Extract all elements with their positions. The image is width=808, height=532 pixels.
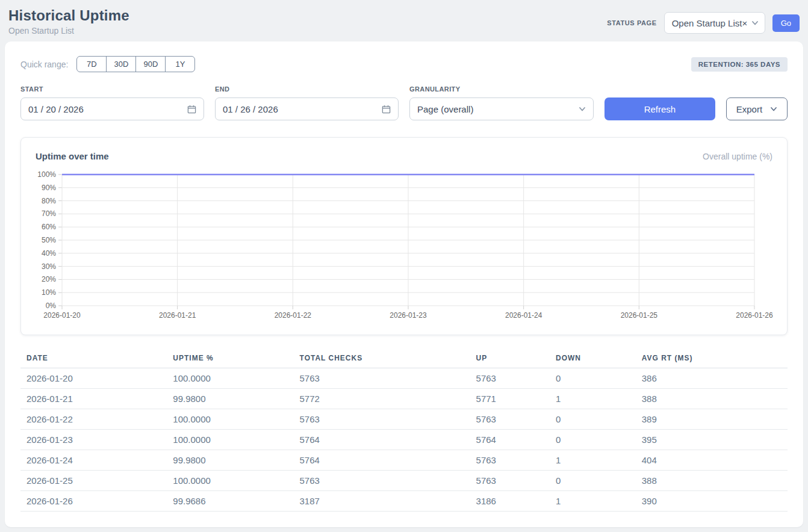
start-date-value: 01 / 20 / 2026 bbox=[28, 104, 84, 114]
table-cell: 2026-01-26 bbox=[20, 491, 167, 512]
y-axis-tick-label: 100% bbox=[37, 170, 56, 179]
page-title: Historical Uptime bbox=[8, 7, 129, 24]
status-page-label: STATUS PAGE bbox=[607, 19, 656, 26]
calendar-icon[interactable] bbox=[382, 105, 391, 114]
table-cell: 2026-01-20 bbox=[20, 368, 167, 389]
refresh-button[interactable]: Refresh bbox=[604, 97, 715, 120]
table-cell: 2026-01-22 bbox=[20, 409, 167, 430]
table-cell: 5764 bbox=[294, 430, 470, 450]
table-cell: 2026-01-25 bbox=[20, 471, 167, 491]
chart-title: Uptime over time bbox=[36, 151, 109, 161]
calendar-icon[interactable] bbox=[187, 105, 196, 114]
end-date-value: 01 / 26 / 2026 bbox=[223, 104, 278, 114]
table-cell: 5763 bbox=[294, 368, 470, 389]
y-axis-tick-label: 50% bbox=[42, 236, 56, 244]
table-cell: 386 bbox=[636, 368, 788, 389]
uptime-table-head-row: DATEUPTIME %TOTAL CHECKSUPDOWNAVG RT (MS… bbox=[20, 348, 788, 368]
quick-range-30d[interactable]: 30D bbox=[106, 56, 136, 72]
go-button[interactable]: Go bbox=[772, 14, 800, 32]
status-page-select[interactable]: Open Startup List× bbox=[664, 12, 765, 34]
table-cell: 1 bbox=[550, 450, 636, 471]
quick-range-buttons: 7D30D90D1Y bbox=[76, 56, 195, 72]
x-axis-tick-label: 2026-01-22 bbox=[275, 311, 312, 320]
table-cell: 99.9686 bbox=[167, 491, 293, 512]
x-axis-tick-label: 2026-01-21 bbox=[159, 311, 196, 320]
table-row: 2026-01-22100.0000576357630389 bbox=[20, 409, 788, 430]
uptime-table: DATEUPTIME %TOTAL CHECKSUPDOWNAVG RT (MS… bbox=[20, 348, 788, 512]
uptime-chart-card: Uptime over time Overall uptime (%) 0%10… bbox=[20, 137, 788, 335]
table-row: 2026-01-23100.0000576457640395 bbox=[20, 430, 788, 450]
table-cell: 5763 bbox=[294, 471, 470, 491]
x-axis-tick-label: 2026-01-24 bbox=[505, 311, 542, 320]
table-cell: 2026-01-24 bbox=[20, 450, 167, 471]
y-axis-tick-label: 60% bbox=[42, 223, 56, 231]
table-cell: 0 bbox=[550, 471, 636, 491]
column-header: DOWN bbox=[550, 348, 636, 368]
table-cell: 99.9800 bbox=[167, 450, 293, 471]
granularity-field-group: GRANULARITY Page (overall) bbox=[409, 85, 594, 120]
table-row: 2026-01-25100.0000576357630388 bbox=[20, 471, 788, 491]
quick-range-label: Quick range: bbox=[20, 60, 68, 69]
table-cell: 0 bbox=[550, 409, 636, 430]
quick-range-1y[interactable]: 1Y bbox=[165, 56, 195, 72]
table-cell: 3186 bbox=[470, 491, 550, 512]
y-axis-tick-label: 40% bbox=[42, 249, 56, 258]
chart-header: Uptime over time Overall uptime (%) bbox=[36, 151, 772, 161]
quick-range-7d[interactable]: 7D bbox=[76, 56, 107, 72]
table-cell: 389 bbox=[636, 409, 788, 430]
y-axis-tick-label: 70% bbox=[42, 209, 56, 218]
table-row: 2026-01-2199.9800577257711388 bbox=[20, 389, 788, 409]
start-date-input[interactable]: 01 / 20 / 2026 bbox=[20, 97, 204, 120]
chart-legend: Overall uptime (%) bbox=[703, 152, 772, 161]
table-cell: 3187 bbox=[294, 491, 470, 512]
y-axis-tick-label: 80% bbox=[42, 197, 56, 205]
y-axis-tick-label: 20% bbox=[42, 275, 56, 283]
table-cell: 5763 bbox=[470, 450, 550, 471]
status-page-select-value: Open Startup List× bbox=[672, 18, 748, 28]
quick-range-90d[interactable]: 90D bbox=[135, 56, 166, 72]
y-axis-tick-label: 90% bbox=[42, 184, 56, 192]
table-cell: 1 bbox=[550, 389, 636, 409]
granularity-select[interactable]: Page (overall) bbox=[409, 97, 594, 120]
start-date-field-group: START 01 / 20 / 2026 bbox=[20, 85, 204, 120]
main-panel: Quick range: 7D30D90D1Y RETENTION: 365 D… bbox=[5, 42, 803, 527]
table-cell: 388 bbox=[636, 471, 788, 491]
chart-area: 0%10%20%30%40%50%60%70%80%90%100%2026-01… bbox=[36, 170, 772, 325]
chevron-down-icon bbox=[579, 105, 586, 113]
chevron-down-icon bbox=[770, 105, 777, 113]
table-cell: 395 bbox=[636, 430, 788, 450]
page-heading-group: Historical Uptime Open Startup List bbox=[8, 7, 129, 36]
export-button[interactable]: Export bbox=[726, 97, 788, 120]
quick-range-group: Quick range: 7D30D90D1Y bbox=[20, 56, 195, 72]
table-cell: 100.0000 bbox=[167, 409, 293, 430]
uptime-chart-svg: 0%10%20%30%40%50%60%70%80%90%100%2026-01… bbox=[36, 170, 774, 325]
x-axis-tick-label: 2026-01-25 bbox=[621, 311, 658, 320]
table-cell: 5764 bbox=[294, 450, 470, 471]
filter-row: START 01 / 20 / 2026 END 01 / 26 / 2026 bbox=[20, 85, 788, 120]
table-cell: 5763 bbox=[470, 471, 550, 491]
start-date-label: START bbox=[20, 85, 204, 93]
end-date-input[interactable]: 01 / 26 / 2026 bbox=[215, 97, 399, 120]
x-axis-tick-label: 2026-01-20 bbox=[43, 311, 81, 320]
column-header: AVG RT (MS) bbox=[636, 348, 788, 368]
end-date-field-group: END 01 / 26 / 2026 bbox=[215, 85, 399, 120]
y-axis-tick-label: 30% bbox=[42, 262, 56, 271]
retention-badge: RETENTION: 365 DAYS bbox=[691, 57, 788, 72]
y-axis-tick-label: 10% bbox=[42, 288, 56, 297]
table-cell: 5763 bbox=[470, 409, 550, 430]
table-row: 2026-01-2699.9686318731861390 bbox=[20, 491, 788, 512]
table-cell: 0 bbox=[550, 430, 636, 450]
page-header: Historical Uptime Open Startup List STAT… bbox=[0, 0, 808, 39]
x-axis-tick-label: 2026-01-23 bbox=[390, 311, 427, 320]
column-header: TOTAL CHECKS bbox=[294, 348, 470, 368]
header-controls: STATUS PAGE Open Startup List× Go bbox=[607, 12, 800, 34]
table-cell: 100.0000 bbox=[167, 430, 293, 450]
y-axis-tick-label: 0% bbox=[46, 302, 57, 310]
table-cell: 5764 bbox=[470, 430, 550, 450]
uptime-table-body: 2026-01-20100.00005763576303862026-01-21… bbox=[20, 368, 788, 512]
table-cell: 2026-01-21 bbox=[20, 389, 167, 409]
table-cell: 404 bbox=[636, 450, 788, 471]
quick-range-row: Quick range: 7D30D90D1Y RETENTION: 365 D… bbox=[20, 56, 788, 72]
table-cell: 5763 bbox=[470, 368, 550, 389]
table-cell: 100.0000 bbox=[167, 471, 293, 491]
